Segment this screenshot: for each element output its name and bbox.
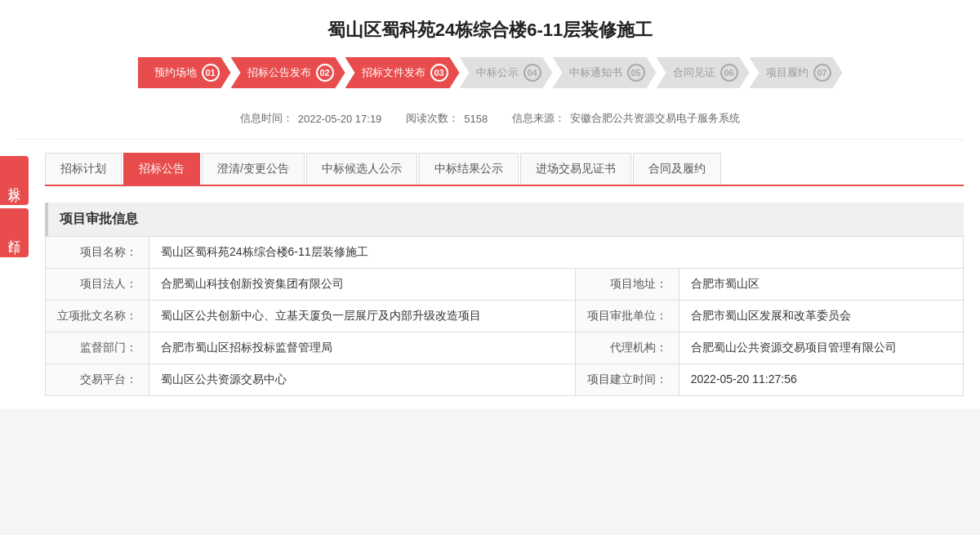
info-table: 项目名称： 蜀山区蜀科苑24栋综合楼6-11层装修施工 项目法人： 合肥蜀山科技… bbox=[45, 236, 964, 396]
step-4[interactable]: 中标公示 04 bbox=[460, 57, 553, 88]
table-row: 项目名称： 蜀山区蜀科苑24栋综合楼6-11层装修施工 bbox=[46, 237, 964, 269]
step-1[interactable]: 预约场地 01 bbox=[138, 57, 231, 88]
info-source: 信息来源： 安徽合肥公共资源交易电子服务系统 bbox=[512, 111, 740, 126]
td-value-left: 蜀山区公共资源交易中心 bbox=[149, 364, 576, 396]
step-5[interactable]: 中标通知书 05 bbox=[553, 57, 657, 88]
td-label-left: 立项批文名称： bbox=[46, 301, 149, 332]
toubiaoBtn[interactable]: 投标 bbox=[0, 156, 29, 205]
td-value: 蜀山区蜀科苑24栋综合楼6-11层装修施工 bbox=[149, 237, 964, 269]
step-num-5: 05 bbox=[627, 64, 645, 82]
step-label-6: 合同见证 bbox=[673, 65, 715, 80]
step-label-4: 中标公示 bbox=[476, 65, 519, 80]
info-time: 信息时间： 2022-05-20 17:19 bbox=[240, 111, 382, 126]
source-value: 安徽合肥公共资源交易电子服务系统 bbox=[570, 111, 740, 126]
table-row: 监督部门： 合肥市蜀山区招标投标监督管理局 代理机构： 合肥蜀山公共资源交易项目… bbox=[46, 332, 964, 364]
step-num-2: 02 bbox=[316, 64, 334, 82]
progress-bar: 预约场地 01 招标公告发布 02 招标文件发布 03 中标公示 04 中标通知… bbox=[0, 57, 980, 103]
table-row: 交易平台： 蜀山区公共资源交易中心 项目建立时间： 2022-05-20 11:… bbox=[46, 364, 964, 396]
td-value-left: 合肥蜀山科技创新投资集团有限公司 bbox=[149, 269, 576, 301]
td-label-right: 项目建立时间： bbox=[575, 364, 679, 396]
step-num-1: 01 bbox=[202, 64, 220, 82]
page-title: 蜀山区蜀科苑24栋综合楼6-11层装修施工 bbox=[0, 0, 980, 57]
tab2[interactable]: 招标公告 bbox=[123, 153, 200, 185]
td-label-right: 项目审批单位： bbox=[575, 301, 679, 332]
page-wrapper: 蜀山区蜀科苑24栋综合楼6-11层装修施工 预约场地 01 招标公告发布 02 … bbox=[0, 0, 980, 409]
td-value-left: 蜀山区公共创新中心、立基天厦负一层展厅及内部升级改造项目 bbox=[149, 301, 576, 332]
step-6[interactable]: 合同见证 06 bbox=[657, 57, 750, 88]
tab1[interactable]: 招标计划 bbox=[45, 153, 122, 185]
section-title: 项目审批信息 bbox=[45, 203, 964, 236]
step-7[interactable]: 项目履约 07 bbox=[750, 57, 843, 88]
tab7[interactable]: 合同及履约 bbox=[633, 153, 721, 185]
step-label-1: 预约场地 bbox=[154, 65, 197, 80]
tab3[interactable]: 澄清/变更公告 bbox=[202, 153, 305, 185]
td-value-left: 合肥市蜀山区招标投标监督管理局 bbox=[149, 332, 576, 364]
tab6[interactable]: 进场交易见证书 bbox=[520, 153, 631, 185]
td-label-left: 监督部门： bbox=[46, 332, 149, 364]
time-value: 2022-05-20 17:19 bbox=[298, 113, 382, 125]
td-value-right: 合肥蜀山公共资源交易项目管理有限公司 bbox=[679, 332, 963, 364]
time-label: 信息时间： bbox=[240, 111, 293, 126]
step-label-2: 招标公告发布 bbox=[247, 65, 311, 80]
td-label-right: 代理机构： bbox=[575, 332, 679, 364]
td-label-left: 项目法人： bbox=[46, 269, 149, 301]
td-label: 项目名称： bbox=[46, 237, 149, 269]
step-num-3: 03 bbox=[430, 64, 448, 82]
views-value: 5158 bbox=[464, 113, 488, 125]
td-value-right: 合肥市蜀山区 bbox=[679, 269, 963, 301]
main-content: 招标计划招标公告澄清/变更公告中标候选人公示中标结果公示进场交易见证书合同及履约… bbox=[29, 140, 980, 409]
step-label-7: 项目履约 bbox=[766, 65, 808, 80]
tab4[interactable]: 中标候选人公示 bbox=[306, 153, 417, 185]
dayinBtn[interactable]: 打印 bbox=[0, 208, 29, 257]
step-num-7: 07 bbox=[813, 64, 831, 82]
tab5[interactable]: 中标结果公示 bbox=[419, 153, 519, 185]
views-label: 阅读次数： bbox=[406, 111, 459, 126]
step-3[interactable]: 招标文件发布 03 bbox=[345, 57, 460, 88]
step-2[interactable]: 招标公告发布 02 bbox=[231, 57, 345, 88]
td-label-left: 交易平台： bbox=[46, 364, 149, 396]
step-num-4: 04 bbox=[523, 64, 541, 82]
source-label: 信息来源： bbox=[512, 111, 565, 126]
table-row: 立项批文名称： 蜀山区公共创新中心、立基天厦负一层展厅及内部升级改造项目 项目审… bbox=[46, 301, 964, 332]
step-label-5: 中标通知书 bbox=[569, 65, 622, 80]
left-actions: 投标打印 bbox=[0, 140, 29, 409]
main-layout: 投标打印 招标计划招标公告澄清/变更公告中标候选人公示中标结果公示进场交易见证书… bbox=[0, 140, 980, 409]
tabs: 招标计划招标公告澄清/变更公告中标候选人公示中标结果公示进场交易见证书合同及履约 bbox=[45, 153, 964, 186]
info-views: 阅读次数： 5158 bbox=[406, 111, 488, 126]
step-num-6: 06 bbox=[720, 64, 738, 82]
td-label-right: 项目地址： bbox=[575, 269, 679, 301]
table-row: 项目法人： 合肥蜀山科技创新投资集团有限公司 项目地址： 合肥市蜀山区 bbox=[46, 269, 964, 301]
td-value-right: 2022-05-20 11:27:56 bbox=[679, 364, 963, 396]
td-value-right: 合肥市蜀山区发展和改革委员会 bbox=[679, 301, 963, 332]
step-label-3: 招标文件发布 bbox=[362, 65, 425, 80]
info-bar: 信息时间： 2022-05-20 17:19 阅读次数： 5158 信息来源： … bbox=[16, 103, 964, 140]
